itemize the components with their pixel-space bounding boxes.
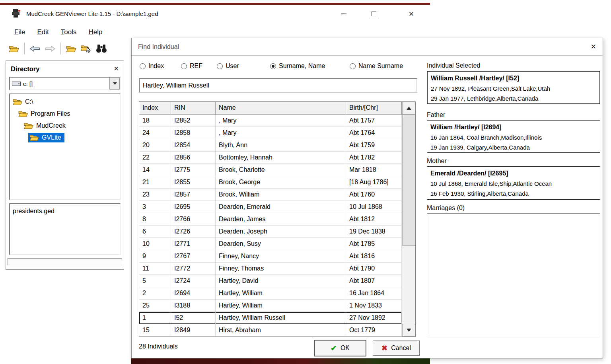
table-cell: I2775: [171, 164, 216, 176]
table-cell: Dearden, Joseph: [216, 226, 346, 238]
tree-item-program-files[interactable]: Program Files: [10, 108, 120, 120]
table-row[interactable]: 22I2856Bottomley, HannahAbt 1782: [139, 152, 402, 164]
table-cell: Finney, Thomas: [216, 263, 346, 275]
table-cell: 16 Jan 1864: [346, 287, 402, 300]
tree-item-mudcreek[interactable]: MudCreek: [10, 120, 120, 132]
folder-icon: [66, 45, 77, 53]
column-header-index[interactable]: Index: [139, 102, 171, 115]
table-cell: I2771: [171, 238, 216, 250]
desktop-bottom-strip: [131, 358, 430, 364]
table-row[interactable]: 25I3188Hartley, William1 Nov 1833: [139, 300, 402, 312]
column-header-birth[interactable]: Birth/[Chr]: [346, 102, 402, 115]
father-birth: 16 Jan 1864, Coal Branch,Madison,Illinoi…: [430, 132, 597, 142]
drive-selector[interactable]: c: []: [9, 77, 121, 90]
window-title: MudCreek GENViewer Lite 1.15 - D:\sample…: [26, 5, 158, 23]
table-row[interactable]: 9I2767Finney, NancyAbt 1816: [139, 250, 402, 263]
tree-item-label: MudCreek: [36, 122, 66, 129]
table-row[interactable]: 14I2775Brook, CharlotteMar 1818: [139, 164, 402, 176]
folder-icon: [23, 122, 34, 130]
directory-panel: Directory ✕ c: [] C:\ Program Files MudC…: [6, 60, 124, 270]
file-list: presidents.ged: [9, 203, 121, 255]
radio-ref[interactable]: REF: [181, 62, 202, 70]
tree-item-gvlite[interactable]: GVLite: [10, 132, 120, 144]
close-button[interactable]: ✕: [399, 5, 424, 23]
open-file-button[interactable]: [6, 41, 21, 56]
dialog-close-button[interactable]: ✕: [591, 43, 596, 50]
radio-icon: [217, 63, 223, 69]
scroll-up-button[interactable]: [402, 102, 415, 115]
table-cell: I2726: [171, 226, 216, 238]
tree-item-c-drive[interactable]: C:\: [10, 96, 120, 108]
marriages-list[interactable]: [427, 213, 600, 337]
forward-button[interactable]: [43, 41, 58, 56]
radio-index[interactable]: Index: [140, 62, 164, 70]
table-row[interactable]: 5I2724Hartley, DavidAbt 1807: [139, 275, 402, 287]
minimize-button[interactable]: [331, 5, 356, 23]
table-cell: Oct 1779: [346, 324, 402, 337]
app-icon: [11, 8, 21, 20]
table-cell: Brook, Charlotte: [216, 164, 346, 176]
cancel-button[interactable]: ✖ Cancel: [373, 341, 420, 356]
drive-dropdown-button[interactable]: [109, 78, 120, 90]
table-cell: 20: [139, 139, 171, 152]
folder-icon: [18, 110, 28, 118]
menu-tools[interactable]: Tools: [57, 28, 81, 36]
scroll-down-button[interactable]: [402, 324, 415, 337]
ok-button[interactable]: ✔ OK: [314, 340, 366, 356]
drive-selected-value: c: []: [23, 80, 109, 87]
marriages-label: Marriages (0): [427, 204, 465, 212]
table-row[interactable]: 23I2857Brook, WilliamAbt 1760: [139, 189, 402, 201]
maximize-button[interactable]: [361, 5, 387, 23]
find-button[interactable]: [94, 41, 109, 56]
table-row[interactable]: 15I2849Hirst, AbrahamOct 1779: [139, 324, 402, 337]
table-row[interactable]: 21I2855Brook, George[18 Aug 1786]: [139, 176, 402, 189]
table-row[interactable]: 11I2772Finney, ThomasAbt 1790: [139, 263, 402, 275]
search-input[interactable]: [139, 78, 417, 93]
select-folder-button[interactable]: [79, 41, 94, 56]
close-icon: ✕: [409, 11, 414, 18]
table-cell: Blyth, Ann: [216, 139, 346, 152]
table-row[interactable]: 1I52Hartley, William Russell27 Nov 1892: [139, 312, 402, 324]
check-icon: ✔: [331, 345, 337, 352]
radio-user[interactable]: User: [217, 62, 239, 70]
table-row[interactable]: 2I2694Hartley, William16 Jan 1864: [139, 287, 402, 300]
table-cell: 1 Nov 1833: [346, 300, 402, 312]
table-row[interactable]: 18I2852, MaryAbt 1757: [139, 115, 402, 127]
menu-edit[interactable]: Edit: [33, 28, 53, 36]
arrow-up-icon: [407, 107, 411, 110]
menu-help[interactable]: Help: [84, 28, 106, 36]
radio-surname-name[interactable]: Surname, Name: [270, 62, 325, 70]
table-row[interactable]: 10I2771Dearden, SusyAbt 1785: [139, 238, 402, 250]
table-cell: I2858: [171, 127, 216, 139]
radio-icon: [140, 63, 146, 69]
table-cell: Mar 1818: [346, 164, 402, 176]
individual-selected-box: William Russell /Hartley/ [I52] 27 Nov 1…: [427, 71, 600, 104]
column-header-rin[interactable]: RIN: [171, 102, 216, 115]
table-row[interactable]: 6I2726Dearden, Joseph19 Dec 1838: [139, 226, 402, 238]
table-row[interactable]: 20I2854Blyth, AnnAbt 1759: [139, 139, 402, 152]
column-header-name[interactable]: Name: [216, 102, 346, 115]
table-row[interactable]: 8I2766Dearden, JamesAbt 1812: [139, 213, 402, 226]
table-cell: I2855: [171, 176, 216, 189]
table-cell: 22: [139, 152, 171, 164]
scrollbar-thumb[interactable]: [402, 115, 415, 246]
dialog-titlebar: Find Individual ✕: [132, 38, 603, 56]
radio-label: Name Surname: [358, 62, 403, 70]
results-table-body: 18I2852, MaryAbt 175724I2858, MaryAbt 17…: [139, 115, 402, 337]
folder-button[interactable]: [64, 41, 79, 56]
radio-name-surname[interactable]: Name Surname: [350, 62, 403, 70]
dialog-title: Find Individual: [138, 43, 179, 51]
table-cell: Abt 1757: [346, 115, 402, 127]
directory-close-button[interactable]: ✕: [114, 66, 119, 72]
table-row[interactable]: 24I2858, MaryAbt 1764: [139, 127, 402, 139]
folder-open-icon: [8, 45, 19, 53]
table-cell: I2852: [171, 115, 216, 127]
radio-label: User: [226, 62, 239, 70]
file-item[interactable]: presidents.ged: [13, 206, 117, 216]
table-cell: Hartley, William Russell: [216, 312, 346, 324]
back-button[interactable]: [27, 41, 43, 56]
table-scrollbar: [402, 102, 415, 337]
table-cell: 3: [139, 201, 171, 213]
menu-file[interactable]: File: [10, 28, 29, 36]
table-row[interactable]: 3I2695Dearden, Emerald10 Jul 1868: [139, 201, 402, 213]
